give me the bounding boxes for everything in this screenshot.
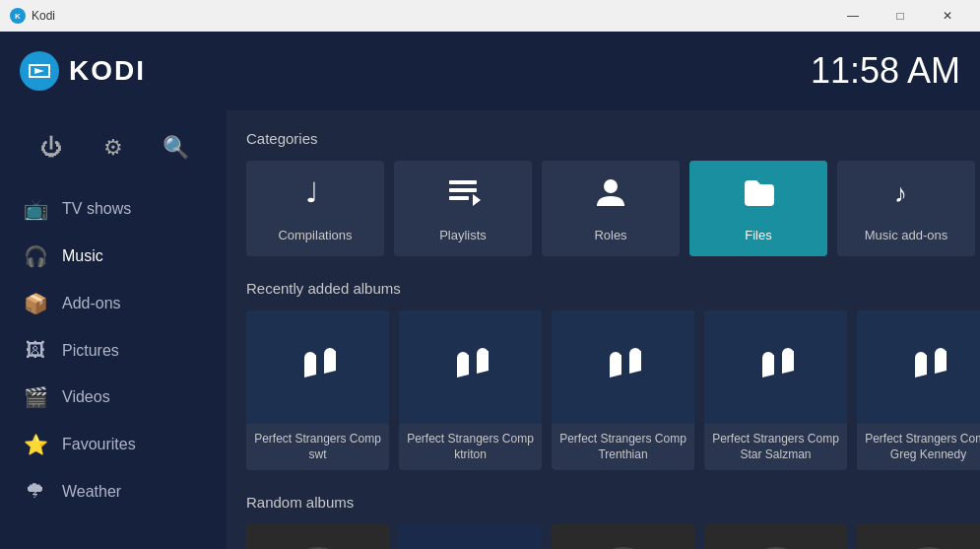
album-card-0[interactable]: Perfect Strangers Comp swt	[246, 310, 389, 470]
category-label: Playlists	[439, 228, 487, 242]
svg-rect-20	[399, 524, 542, 549]
power-icon[interactable]: ⏻	[33, 130, 69, 166]
titlebar-left: K Kodi	[10, 8, 55, 24]
album-thumb-1	[399, 310, 542, 424]
search-icon[interactable]: 🔍	[158, 130, 193, 166]
category-label: Compilations	[278, 228, 352, 242]
random-album-thumb-1: Palace of the Bhaz A Super Metroid...	[399, 524, 542, 549]
sidebar-item-favourites[interactable]: ⭐ Favourites	[0, 421, 227, 468]
svg-point-8	[604, 179, 618, 193]
random-album-thumb-4	[857, 524, 980, 549]
header: KODI 11:58 AM	[0, 32, 980, 110]
sidebar-item-videos[interactable]: 🎬 Videos	[0, 374, 227, 421]
videos-icon: 🎬	[23, 385, 48, 409]
music-add-ons-icon: ♪	[888, 174, 924, 218]
random-album-card-0[interactable]	[246, 524, 389, 549]
music-icon: 🎧	[23, 244, 48, 268]
album-thumb-4	[857, 310, 980, 424]
app: KODI 11:58 AM ⏻ ⚙ 🔍 📺 TV shows 🎧 Music 📦…	[0, 32, 980, 549]
random-album-card-3[interactable]	[704, 524, 847, 549]
album-label-4: Perfect Strangers Comp Greg Kennedy	[857, 424, 980, 470]
add-ons-icon: 📦	[23, 292, 48, 315]
album-label-1: Perfect Strangers Comp ktriton	[399, 424, 542, 470]
titlebar-controls: — □ ✕	[830, 0, 970, 32]
kodi-logo-icon	[20, 51, 59, 91]
compilations-icon: ♩	[297, 174, 333, 218]
sidebar-item-label: Music	[62, 247, 103, 265]
sidebar-item-add-ons[interactable]: 📦 Add-ons	[0, 280, 227, 327]
category-compilations[interactable]: ♩ Compilations	[246, 161, 384, 256]
random-album-thumb-0	[246, 524, 389, 549]
random-album-card-2[interactable]	[552, 524, 694, 549]
sidebar-item-label: TV shows	[62, 200, 131, 218]
logo-text: KODI	[69, 55, 146, 87]
category-label: Roles	[594, 228, 626, 242]
album-label-3: Perfect Strangers Comp Star Salzman	[704, 424, 847, 470]
categories-row: ♩ Compilations Playlists	[246, 161, 960, 256]
categories-title: Categories	[246, 130, 960, 147]
random-album-thumb-2	[552, 524, 694, 549]
favourites-icon: ⭐	[23, 433, 48, 456]
titlebar: K Kodi — □ ✕	[0, 0, 980, 32]
sidebar-item-label: Weather	[62, 483, 121, 501]
clock: 11:58 AM	[811, 50, 960, 92]
weather-icon: 🌩	[23, 480, 48, 503]
sidebar: ⏻ ⚙ 🔍 📺 TV shows 🎧 Music 📦 Add-ons 🖼 Pic…	[0, 110, 227, 549]
category-music-add-ons[interactable]: ♪ Music add-ons	[837, 161, 975, 256]
sidebar-item-label: Pictures	[62, 342, 119, 360]
random-album-card-1[interactable]: Palace of the Bhaz A Super Metroid...	[399, 524, 542, 549]
main-content: Categories ♩ Compilations	[227, 110, 980, 549]
content-area: ⏻ ⚙ 🔍 📺 TV shows 🎧 Music 📦 Add-ons 🖼 Pic…	[0, 110, 980, 549]
album-thumb-3	[704, 310, 847, 424]
svg-rect-4	[449, 180, 477, 184]
svg-rect-6	[449, 196, 469, 200]
album-card-1[interactable]: Perfect Strangers Comp ktriton	[399, 310, 542, 470]
category-label: Music add-ons	[865, 228, 948, 242]
random-albums-title: Random albums	[246, 494, 960, 511]
random-album-card-4[interactable]	[857, 524, 980, 549]
maximize-button[interactable]: □	[878, 0, 923, 32]
category-playlists[interactable]: Playlists	[394, 161, 532, 256]
tv-shows-icon: 📺	[23, 197, 48, 221]
sidebar-item-label: Add-ons	[62, 295, 121, 312]
category-label: Files	[745, 228, 771, 242]
pictures-icon: 🖼	[23, 339, 48, 362]
album-label-0: Perfect Strangers Comp swt	[246, 424, 389, 470]
titlebar-app-icon: K	[10, 8, 26, 24]
album-thumb-0	[246, 310, 389, 424]
close-button[interactable]: ✕	[925, 0, 970, 32]
album-label-2: Perfect Strangers Comp Trenthian	[552, 424, 694, 470]
settings-icon[interactable]: ⚙	[96, 130, 131, 166]
titlebar-title: Kodi	[32, 9, 55, 23]
category-files[interactable]: Files	[689, 161, 827, 256]
category-roles[interactable]: Roles	[542, 161, 680, 256]
sidebar-item-tv-shows[interactable]: 📺 TV shows	[0, 185, 227, 233]
sidebar-item-music[interactable]: 🎧 Music	[0, 233, 227, 280]
album-card-4[interactable]: Perfect Strangers Comp Greg Kennedy	[857, 310, 980, 470]
album-card-2[interactable]: Perfect Strangers Comp Trenthian	[552, 310, 694, 470]
files-icon	[741, 174, 776, 218]
sidebar-top-icons: ⏻ ⚙ 🔍	[0, 120, 227, 185]
roles-icon	[593, 174, 628, 218]
svg-rect-5	[449, 188, 477, 192]
sidebar-item-label: Favourites	[62, 436, 136, 453]
svg-marker-7	[473, 194, 481, 206]
recently-added-grid: Perfect Strangers Comp swt Perfect Stran…	[246, 310, 960, 470]
album-thumb-2	[552, 310, 694, 424]
recently-added-title: Recently added albums	[246, 280, 960, 297]
sidebar-item-pictures[interactable]: 🖼 Pictures	[0, 327, 227, 374]
svg-text:♪: ♪	[894, 178, 907, 208]
random-album-thumb-3	[704, 524, 847, 549]
logo: KODI	[20, 51, 146, 91]
svg-text:♩: ♩	[305, 177, 318, 208]
minimize-button[interactable]: —	[830, 0, 876, 32]
random-albums-grid: Palace of the Bhaz A Super Metroid...	[246, 524, 960, 549]
album-card-3[interactable]: Perfect Strangers Comp Star Salzman	[704, 310, 847, 470]
sidebar-item-weather[interactable]: 🌩 Weather	[0, 468, 227, 515]
sidebar-item-label: Videos	[62, 388, 110, 406]
playlists-icon	[445, 174, 481, 218]
